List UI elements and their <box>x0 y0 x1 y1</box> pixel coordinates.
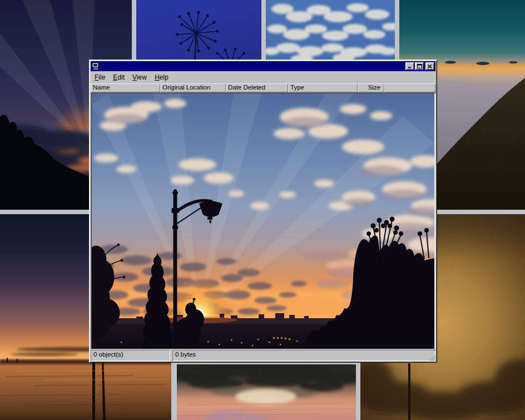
column-header-size[interactable]: Size <box>358 83 384 92</box>
resize-grip[interactable] <box>428 354 435 361</box>
window-titlebar[interactable] <box>91 61 435 71</box>
column-header-filler <box>384 83 435 92</box>
maximize-button[interactable] <box>415 62 424 70</box>
close-icon <box>428 65 432 68</box>
menu-view[interactable]: View <box>129 72 150 82</box>
pink-reflections-art <box>177 364 356 420</box>
status-bar: 0 object(s) 0 bytes <box>91 349 435 361</box>
column-header-date-deleted[interactable]: Date Deleted <box>226 83 288 92</box>
status-object-count: 0 object(s) <box>91 350 170 361</box>
column-header-name[interactable]: Name <box>91 83 160 92</box>
column-header-type[interactable]: Type <box>288 83 358 92</box>
sunset-lamp-photo <box>92 93 434 349</box>
status-size: 0 bytes <box>172 350 435 361</box>
menu-file[interactable]: File <box>91 72 108 82</box>
close-button[interactable] <box>425 62 434 70</box>
menu-edit[interactable]: Edit <box>110 72 128 82</box>
list-column-headers: Name Original Location Date Deleted Type… <box>91 83 435 92</box>
recycle-bin-window: File Edit View Help Name Original Locati… <box>89 60 437 363</box>
maximize-icon <box>417 64 422 68</box>
column-header-original-location[interactable]: Original Location <box>160 83 226 92</box>
lamp-pole-silhouette <box>408 363 410 420</box>
minimize-button[interactable] <box>405 62 414 70</box>
wallpaper-photo-pink-reflections <box>177 364 356 420</box>
minimize-icon <box>408 64 412 68</box>
computer-icon <box>92 62 100 70</box>
list-view-area[interactable] <box>91 92 435 349</box>
menu-bar: File Edit View Help <box>91 71 435 83</box>
menu-help[interactable]: Help <box>151 72 172 82</box>
